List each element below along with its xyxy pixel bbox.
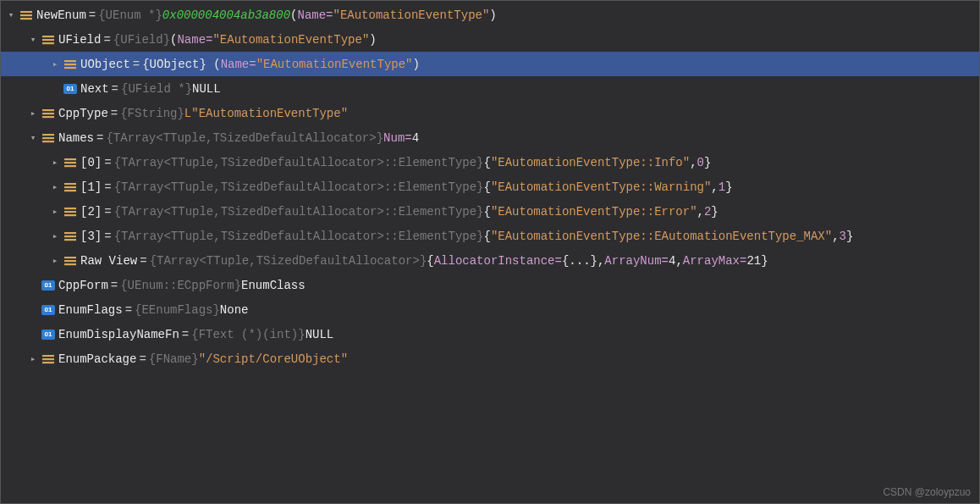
tree-row[interactable]: ▸ [1] = {TArray<TTuple,TSizedDefaultAllo…: [1, 174, 979, 199]
text-segment: CppForm: [58, 279, 108, 292]
text-segment: =: [130, 58, 142, 71]
text-segment: ,: [711, 180, 718, 194]
text-segment: =: [86, 8, 98, 22]
text-segment: =: [94, 131, 106, 145]
text-segment: ): [489, 8, 496, 22]
text-segment: =: [137, 254, 149, 268]
enum-icon: [19, 8, 33, 22]
enum-icon: [41, 131, 55, 145]
text-segment: =: [108, 107, 120, 120]
chevron-down-icon[interactable]: ▾: [4, 8, 18, 22]
text-segment: =: [101, 33, 113, 47]
text-segment: =: [102, 205, 113, 219]
tree-row[interactable]: ▸ UObject = {UObject} (Name="EAutomation…: [1, 52, 979, 76]
value-icon: 01: [41, 330, 55, 340]
watch-tree[interactable]: ▾ NewEnum = {UEnum *} 0x000004004ab3a800…: [1, 1, 979, 371]
chevron-right-icon[interactable]: ▸: [48, 180, 62, 194]
text-segment: {: [484, 180, 491, 194]
svg-rect-27: [64, 257, 76, 258]
text-segment: "EAutomationEventType": [333, 8, 490, 22]
enum-icon: [63, 254, 77, 268]
text-segment: =: [102, 156, 113, 169]
text-segment: EnumFlags: [58, 303, 123, 317]
enum-icon: [63, 58, 77, 71]
svg-rect-14: [42, 141, 54, 142]
tree-row[interactable]: ▸ CppType = {FString} L"EAutomationEvent…: [1, 101, 979, 125]
text-segment: {FString}: [120, 107, 184, 120]
svg-rect-17: [64, 165, 76, 167]
text-segment: "EAutomationEventType::Warning": [491, 180, 711, 194]
text-segment: NULL: [192, 82, 221, 96]
text-segment: UField: [58, 33, 101, 47]
text-segment: None: [220, 303, 249, 317]
chevron-right-icon[interactable]: ▸: [48, 254, 62, 268]
tree-row[interactable]: 01EnumDisplayNameFn = {FText (*)(int)} N…: [1, 322, 979, 346]
chevron-right-icon[interactable]: ▸: [26, 107, 40, 120]
svg-rect-15: [64, 158, 76, 160]
text-segment: 4: [669, 254, 675, 268]
text-segment: NULL: [306, 328, 334, 341]
text-segment: {UField *}: [121, 82, 192, 96]
text-segment: ): [413, 58, 420, 71]
text-segment: }: [704, 156, 711, 169]
text-segment: (: [170, 33, 177, 47]
text-segment: ): [369, 33, 376, 47]
text-segment: [2]: [80, 205, 102, 219]
value-icon: 01: [63, 84, 77, 94]
enum-icon: [41, 33, 55, 47]
chevron-right-icon[interactable]: ▸: [48, 205, 62, 219]
text-segment: =: [102, 230, 113, 243]
text-segment: =: [123, 303, 135, 317]
text-segment: {TArray<TTuple,TSizedDefaultAllocator>::…: [114, 156, 484, 169]
text-segment: {UObject} (: [142, 58, 220, 71]
chevron-down-icon[interactable]: ▾: [26, 33, 40, 47]
text-segment: 4: [412, 131, 419, 145]
text-segment: [0]: [80, 156, 102, 169]
svg-rect-13: [42, 137, 54, 139]
tree-row[interactable]: ▸ [0] = {TArray<TTuple,TSizedDefaultAllo…: [1, 150, 979, 174]
text-segment: ArrayNum=: [604, 254, 669, 268]
svg-rect-12: [42, 134, 54, 136]
tree-row[interactable]: ▾ NewEnum = {UEnum *} 0x000004004ab3a800…: [1, 3, 979, 27]
chevron-right-icon[interactable]: ▸: [48, 230, 62, 243]
tree-row[interactable]: 01Next = {UField *} NULL: [1, 76, 979, 101]
text-segment: {TArray<TTuple,TSizedDefaultAllocator>}: [150, 254, 427, 268]
svg-rect-25: [64, 235, 76, 237]
chevron-right-icon[interactable]: ▸: [48, 156, 62, 169]
svg-rect-10: [42, 113, 54, 114]
text-segment: ,: [690, 156, 696, 169]
text-segment: 21: [746, 254, 761, 268]
tree-row[interactable]: ▸ Raw View = {TArray<TTuple,TSizedDefaul…: [1, 248, 979, 273]
tree-row[interactable]: ▾ UField = {UField} (Name="EAutomationEv…: [1, 27, 979, 52]
text-segment: {TArray<TTuple,TSizedDefaultAllocator>}: [106, 131, 383, 145]
chevron-right-icon[interactable]: ▸: [26, 352, 40, 366]
text-segment: AllocatorInstance=: [434, 254, 562, 268]
text-segment: {FName}: [149, 352, 199, 366]
svg-rect-18: [64, 183, 76, 185]
chevron-right-icon[interactable]: ▸: [48, 58, 62, 71]
chevron-down-icon[interactable]: ▾: [26, 131, 40, 145]
text-segment: NewEnum: [36, 8, 86, 22]
text-segment: UObject: [80, 58, 130, 71]
text-segment: =: [136, 352, 148, 366]
text-segment: {UEnum *}: [98, 8, 162, 22]
tree-row[interactable]: 01CppForm = {UEnum::ECppForm} EnumClass: [1, 273, 979, 297]
tree-row[interactable]: 01EnumFlags = {EEnumFlags} None: [1, 297, 979, 322]
text-segment: "EAutomationEventType": [256, 58, 413, 71]
text-segment: EnumClass: [241, 279, 306, 292]
text-segment: {TArray<TTuple,TSizedDefaultAllocator>::…: [114, 205, 484, 219]
tree-row[interactable]: ▸ EnumPackage = {FName} "/Script/CoreUOb…: [1, 346, 979, 371]
svg-rect-8: [64, 67, 76, 69]
text-segment: {: [484, 205, 491, 219]
svg-rect-0: [20, 11, 32, 13]
tree-row[interactable]: ▸ [2] = {TArray<TTuple,TSizedDefaultAllo…: [1, 199, 979, 224]
tree-row[interactable]: ▸ [3] = {TArray<TTuple,TSizedDefaultAllo…: [1, 224, 979, 248]
text-segment: 3: [840, 230, 846, 243]
svg-rect-23: [64, 214, 76, 216]
svg-rect-2: [20, 18, 32, 19]
text-segment: "EAutomationEventType": [212, 33, 369, 47]
text-segment: }: [761, 254, 768, 268]
text-segment: 0: [697, 156, 704, 169]
text-segment: EnumPackage: [58, 352, 136, 366]
tree-row[interactable]: ▾ Names = {TArray<TTuple,TSizedDefaultAl…: [1, 125, 979, 150]
